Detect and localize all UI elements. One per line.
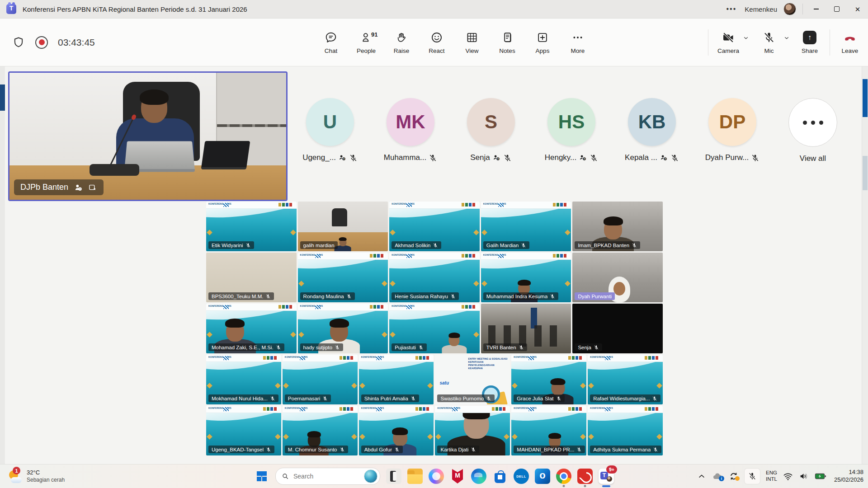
view-all-button[interactable]: View all bbox=[788, 98, 837, 163]
participant-tile[interactable]: KONFERENSI PERSM. Chomnur Susanto bbox=[283, 406, 358, 455]
background-logo-text: satu bbox=[439, 380, 449, 385]
participant-tile[interactable]: KONFERENSI PERSKartika Djati bbox=[435, 406, 510, 455]
participant-tile[interactable]: KONFERENSI PERSUgeng_BKAD-Tangsel bbox=[206, 406, 281, 455]
close-button[interactable]: ✕ bbox=[847, 0, 868, 18]
participant-tile[interactable]: KONFERENSI PERSMAHDANI_BPKAD PR... bbox=[511, 406, 586, 455]
participant-tile[interactable]: KONFERENSI PERSMuhammad Indra Kesuma bbox=[481, 253, 571, 302]
outlook-icon[interactable] bbox=[535, 469, 550, 484]
participant-tile[interactable]: KONFERENSI PERSAdhitya Sukma Permana bbox=[588, 406, 663, 455]
titlebar-more-icon[interactable]: ••• bbox=[718, 5, 745, 13]
weather-widget[interactable]: 1 32°C Sebagian cerah bbox=[5, 465, 68, 488]
toolbar-view-button[interactable]: View bbox=[461, 31, 483, 54]
stage-scrollbar[interactable] bbox=[862, 66, 868, 465]
participant-tile[interactable]: KONFERENSI PERSRafael Widiestumargia... bbox=[588, 355, 663, 404]
onedrive-icon[interactable]: i bbox=[712, 472, 723, 481]
sync-update-icon[interactable] bbox=[729, 471, 739, 481]
participant-avatar-item[interactable]: KBKepala ...? bbox=[627, 98, 676, 163]
participant-tile[interactable]: KONFERENSI PERSPujiastuti bbox=[389, 304, 480, 353]
more-participants-icon bbox=[788, 98, 837, 147]
taskbar-search[interactable] bbox=[275, 468, 380, 485]
account-label: Kemenkeu bbox=[745, 5, 777, 13]
battery-charging-icon[interactable] bbox=[815, 472, 826, 481]
store-icon[interactable] bbox=[492, 469, 508, 484]
taskbar-clock[interactable]: 14:38 25/02/2026 bbox=[834, 469, 863, 484]
camera-chevron-down-icon[interactable] bbox=[743, 35, 749, 43]
participant-name: galih mardian bbox=[303, 243, 335, 248]
toolbar-mic-button[interactable]: Mic bbox=[758, 31, 780, 54]
participant-tile[interactable]: KONFERENSI PERSPoernamasari bbox=[283, 355, 358, 404]
dell-icon[interactable] bbox=[514, 469, 529, 484]
toolbar-react-button[interactable]: React bbox=[426, 31, 448, 54]
participant-tile[interactable]: KONFERENSI PERSShinta Putri Amalia bbox=[359, 355, 434, 404]
leave-button[interactable]: Leave bbox=[839, 31, 861, 54]
mic-chevron-down-icon[interactable] bbox=[783, 35, 790, 43]
participant-tile[interactable]: KONFERENSI PERSRondang Maulina bbox=[298, 253, 388, 302]
toolbar-raise-button[interactable]: Raise bbox=[391, 31, 412, 54]
vbg-ornament bbox=[351, 434, 357, 440]
participant-tile[interactable]: KONFERENSI PERShady sutjipto bbox=[298, 304, 388, 353]
participant-tile[interactable]: Senja bbox=[572, 304, 663, 353]
participant-tile[interactable]: KONFERENSI PERSEtik Widyarini bbox=[206, 202, 297, 251]
teams-icon[interactable]: 9+ bbox=[599, 469, 614, 484]
participant-tile[interactable]: KONFERENSI PERSAkhmad Solikin bbox=[389, 202, 480, 251]
mcafee-icon[interactable] bbox=[450, 469, 465, 484]
toolbar-notes-button[interactable]: Notes bbox=[496, 31, 518, 54]
mic-muted-icon bbox=[670, 154, 679, 162]
wifi-icon[interactable] bbox=[783, 472, 793, 481]
participant-tile[interactable]: KONFERENSI PERSHenie Susiana Rahayu bbox=[389, 253, 480, 302]
toolbar-share-button[interactable]: ↑Share bbox=[799, 31, 821, 54]
participant-tile[interactable]: KONFERENSI PERSGalih Mardian bbox=[481, 202, 571, 251]
participant-tile[interactable]: ENTRY MEETING & SOSIALISASIKEPATUHANPENY… bbox=[435, 355, 510, 404]
participant-tile[interactable]: galih mardian bbox=[298, 202, 388, 251]
participant-tile[interactable]: KONFERENSI PERSMohamad Zaki, S.E., M.Si. bbox=[206, 304, 297, 353]
start-button[interactable] bbox=[254, 469, 269, 484]
participant-name-chip: M. Chomnur Susanto bbox=[285, 446, 348, 453]
vbg-ornament bbox=[298, 281, 304, 286]
background-document-text: ENTRY MEETING & SOSIALISASIKEPATUHANPENY… bbox=[468, 357, 508, 370]
tray-chevron-up-icon[interactable] bbox=[697, 472, 706, 481]
participant-tile[interactable]: KONFERENSI PERSAbdul Gofur bbox=[359, 406, 434, 455]
participant-tile[interactable]: Dyah Purwanti bbox=[572, 253, 663, 302]
phonelink-icon[interactable] bbox=[386, 469, 401, 484]
scrollbar-thumb[interactable] bbox=[863, 79, 868, 117]
participant-avatar-item[interactable]: SSenja? bbox=[467, 98, 515, 163]
participant-tile[interactable]: BPS3600_Teuku M.M. bbox=[206, 253, 297, 302]
participant-name-chip: Mokhamad Nurul Hida... bbox=[208, 394, 278, 402]
participant-tile[interactable]: KONFERENSI PERSGrace Julia Slat bbox=[511, 355, 586, 404]
tray-mic-muted-icon[interactable] bbox=[745, 469, 760, 484]
volume-icon[interactable] bbox=[799, 472, 809, 481]
toolbar-chat-button[interactable]: Chat bbox=[320, 31, 342, 54]
participant-avatar-item[interactable]: MKMuhamma... bbox=[386, 98, 435, 163]
spotlight-video-tile[interactable]: DJPb Banten ! bbox=[8, 71, 288, 201]
copilot-icon[interactable] bbox=[429, 469, 444, 484]
language-indicator[interactable]: ENG INTL bbox=[766, 470, 777, 483]
video-grid-row: KONFERENSI PERSMohamad Zaki, S.E., M.Si.… bbox=[206, 304, 663, 353]
spotlight-participant-name: DJPb Banten bbox=[20, 183, 68, 192]
chrome-icon[interactable] bbox=[556, 469, 571, 484]
toolbar-apps-button[interactable]: Apps bbox=[532, 31, 553, 54]
vbg-ornament bbox=[359, 383, 365, 389]
participant-avatar-item[interactable]: UUgeng_...? bbox=[306, 98, 354, 163]
participant-tile[interactable]: Imam_BPKAD Banten bbox=[572, 202, 663, 251]
participant-name: Dyah Purwanti bbox=[578, 294, 612, 299]
edge-icon[interactable] bbox=[471, 469, 486, 484]
mic-muted-icon bbox=[486, 396, 491, 401]
maximize-button[interactable] bbox=[826, 0, 847, 18]
participant-tile[interactable]: KONFERENSI PERSMokhamad Nurul Hida... bbox=[206, 355, 281, 404]
vbg-ornament bbox=[436, 434, 442, 440]
account-avatar[interactable] bbox=[783, 3, 796, 15]
acrobat-icon[interactable] bbox=[577, 469, 593, 484]
search-input[interactable] bbox=[292, 472, 360, 480]
mic-muted-icon bbox=[410, 396, 416, 401]
toolbar-people-button[interactable]: 91People bbox=[355, 31, 377, 54]
participant-avatar-item[interactable]: DPDyah Purw... bbox=[708, 98, 757, 163]
participant-name: Ugeng_BKAD-Tangsel bbox=[212, 447, 264, 452]
explorer-icon[interactable] bbox=[407, 469, 423, 484]
minimize-button[interactable] bbox=[806, 0, 826, 18]
participant-tile[interactable]: TVRI Banten bbox=[481, 304, 571, 353]
toolbar-camera-button[interactable]: Camera bbox=[717, 31, 739, 54]
toolbar-more-button[interactable]: More bbox=[567, 31, 589, 54]
vbg-ornament bbox=[275, 383, 281, 389]
bing-daily-image[interactable] bbox=[364, 469, 377, 483]
participant-avatar-item[interactable]: HSHengky...? bbox=[547, 98, 596, 163]
